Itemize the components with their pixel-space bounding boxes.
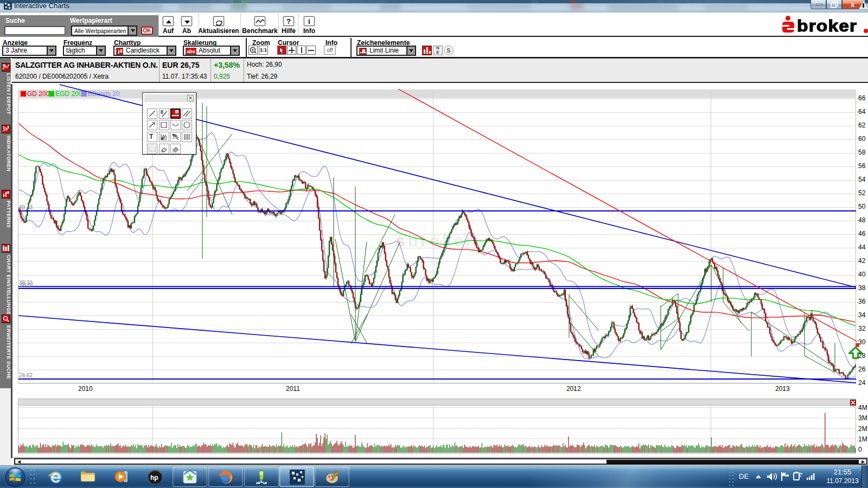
svg-text:hp: hp <box>150 474 158 481</box>
